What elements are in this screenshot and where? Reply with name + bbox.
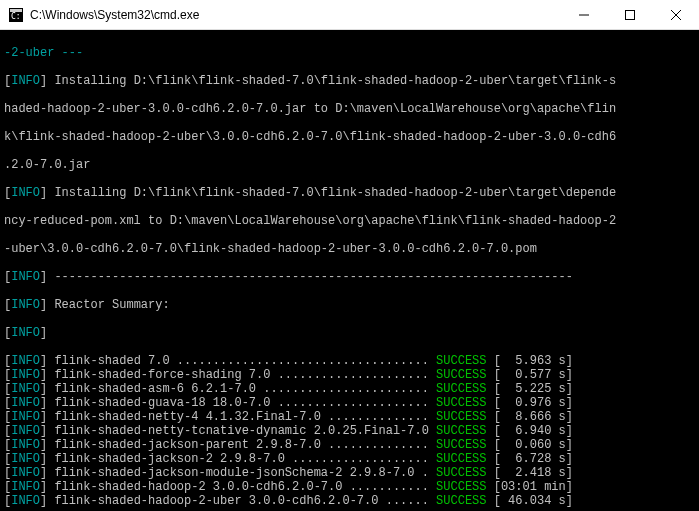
status-success: SUCCESS <box>436 438 486 452</box>
reactor-title: Reactor Summary: <box>54 298 169 312</box>
reactor-row: [INFO] flink-shaded-netty-tcnative-dynam… <box>4 424 695 438</box>
titlebar: C: C:\Windows\System32\cmd.exe <box>0 0 699 30</box>
install-text: k\flink-shaded-hadoop-2-uber\3.0.0-cdh6.… <box>4 130 695 144</box>
reactor-row: [INFO] flink-shaded-jackson-module-jsonS… <box>4 466 695 480</box>
module-name: flink-shaded-force-shading 7.0 .........… <box>54 368 428 382</box>
cmd-icon: C: <box>8 7 24 23</box>
reactor-row: [INFO] flink-shaded-guava-18 18.0-7.0 ..… <box>4 396 695 410</box>
install-text: haded-hadoop-2-uber-3.0.0-cdh6.2.0-7.0.j… <box>4 102 695 116</box>
status-success: SUCCESS <box>436 354 486 368</box>
info-tag: INFO <box>11 494 40 508</box>
reactor-row: [INFO] flink-shaded-netty-4 4.1.32.Final… <box>4 410 695 424</box>
maximize-button[interactable] <box>607 0 653 29</box>
build-time: [ 5.225 s] <box>494 382 573 396</box>
info-tag: INFO <box>11 186 40 200</box>
info-tag: INFO <box>11 368 40 382</box>
info-tag: INFO <box>11 410 40 424</box>
module-name: flink-shaded-netty-4 4.1.32.Final-7.0 ..… <box>54 410 428 424</box>
close-button[interactable] <box>653 0 699 29</box>
reactor-row: [INFO] flink-shaded-jackson-2 2.9.8-7.0 … <box>4 452 695 466</box>
info-tag: INFO <box>11 396 40 410</box>
module-name: flink-shaded-guava-18 18.0-7.0 .........… <box>54 396 428 410</box>
build-time: [ 6.940 s] <box>494 424 573 438</box>
install-text: Installing D:\flink\flink-shaded-7.0\fli… <box>54 186 616 200</box>
status-success: SUCCESS <box>436 382 486 396</box>
info-tag: INFO <box>11 480 40 494</box>
info-tag: INFO <box>11 438 40 452</box>
reactor-row: [INFO] flink-shaded-hadoop-2-uber 3.0.0-… <box>4 494 695 508</box>
info-tag: INFO <box>11 466 40 480</box>
separator: ----------------------------------------… <box>54 270 572 284</box>
module-name: flink-shaded-jackson-parent 2.9.8-7.0 ..… <box>54 438 428 452</box>
build-time: [ 5.963 s] <box>494 354 573 368</box>
reactor-row: [INFO] flink-shaded-asm-6 6.2.1-7.0 ....… <box>4 382 695 396</box>
module-name: flink-shaded-asm-6 6.2.1-7.0 ...........… <box>54 382 428 396</box>
svg-text:C:: C: <box>11 12 21 21</box>
build-time: [ 0.060 s] <box>494 438 573 452</box>
install-text: .2.0-7.0.jar <box>4 158 695 172</box>
module-name: flink-shaded-hadoop-2-uber 3.0.0-cdh6.2.… <box>54 494 428 508</box>
fragment-line: -2-uber --- <box>4 46 83 60</box>
minimize-button[interactable] <box>561 0 607 29</box>
build-time: [ 46.034 s] <box>494 494 573 508</box>
reactor-row: [INFO] flink-shaded-jackson-parent 2.9.8… <box>4 438 695 452</box>
terminal-output[interactable]: -2-uber --- [INFO] Installing D:\flink\f… <box>0 30 699 511</box>
info-tag: INFO <box>11 298 40 312</box>
build-time: [ 2.418 s] <box>494 466 573 480</box>
module-name: flink-shaded-netty-tcnative-dynamic 2.0.… <box>54 424 428 438</box>
status-success: SUCCESS <box>436 410 486 424</box>
svg-rect-4 <box>626 10 635 19</box>
info-tag: INFO <box>11 270 40 284</box>
info-tag: INFO <box>11 452 40 466</box>
status-success: SUCCESS <box>436 424 486 438</box>
module-name: flink-shaded-hadoop-2 3.0.0-cdh6.2.0-7.0… <box>54 480 428 494</box>
module-name: flink-shaded-jackson-module-jsonSchema-2… <box>54 466 428 480</box>
install-text: ncy-reduced-pom.xml to D:\maven\LocalWar… <box>4 214 695 228</box>
window-title: C:\Windows\System32\cmd.exe <box>30 8 561 22</box>
status-success: SUCCESS <box>436 396 486 410</box>
build-time: [03:01 min] <box>494 480 573 494</box>
reactor-row: [INFO] flink-shaded-force-shading 7.0 ..… <box>4 368 695 382</box>
status-success: SUCCESS <box>436 480 486 494</box>
module-name: flink-shaded 7.0 .......................… <box>54 354 428 368</box>
status-success: SUCCESS <box>436 494 486 508</box>
build-time: [ 6.728 s] <box>494 452 573 466</box>
window-controls <box>561 0 699 29</box>
reactor-row: [INFO] flink-shaded-hadoop-2 3.0.0-cdh6.… <box>4 480 695 494</box>
install-text: -uber\3.0.0-cdh6.2.0-7.0\flink-shaded-ha… <box>4 242 695 256</box>
info-tag: INFO <box>11 74 40 88</box>
module-name: flink-shaded-jackson-2 2.9.8-7.0 .......… <box>54 452 428 466</box>
info-tag: INFO <box>11 424 40 438</box>
build-time: [ 0.577 s] <box>494 368 573 382</box>
status-success: SUCCESS <box>436 452 486 466</box>
build-time: [ 0.976 s] <box>494 396 573 410</box>
install-text: Installing D:\flink\flink-shaded-7.0\fli… <box>54 74 616 88</box>
status-success: SUCCESS <box>436 368 486 382</box>
info-tag: INFO <box>11 382 40 396</box>
build-time: [ 8.666 s] <box>494 410 573 424</box>
status-success: SUCCESS <box>436 466 486 480</box>
reactor-row: [INFO] flink-shaded 7.0 ................… <box>4 354 695 368</box>
info-tag: INFO <box>11 354 40 368</box>
info-tag: INFO <box>11 326 40 340</box>
